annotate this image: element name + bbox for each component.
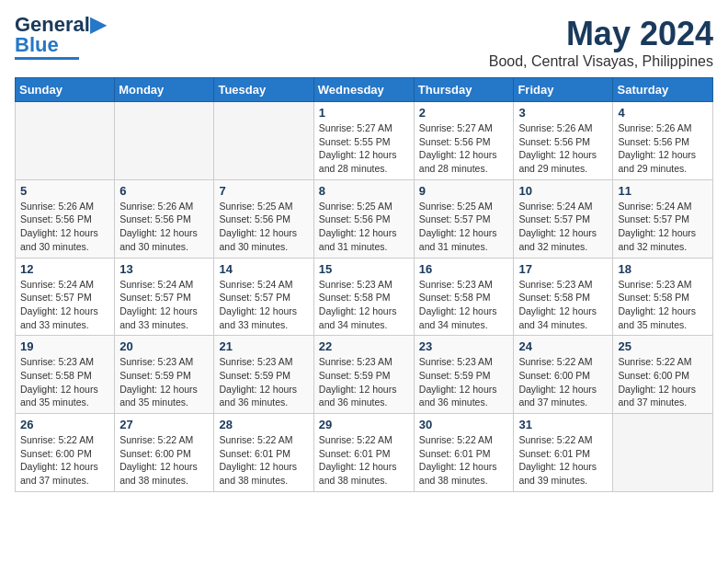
cell-day-number: 12 [20, 262, 109, 276]
cell-info: Sunrise: 5:22 AM Sunset: 6:00 PM Dayligh… [518, 355, 608, 409]
cell-day-number: 18 [618, 262, 708, 276]
cell-info: Sunrise: 5:22 AM Sunset: 6:00 PM Dayligh… [20, 433, 109, 488]
cell-info: Sunrise: 5:22 AM Sunset: 6:00 PM Dayligh… [618, 355, 708, 409]
header-tuesday: Tuesday [214, 78, 313, 102]
table-row: 26Sunrise: 5:22 AM Sunset: 6:00 PM Dayli… [16, 414, 115, 492]
cell-info: Sunrise: 5:23 AM Sunset: 5:59 PM Dayligh… [419, 355, 509, 409]
header-thursday: Thursday [414, 78, 514, 102]
cell-info: Sunrise: 5:26 AM Sunset: 5:56 PM Dayligh… [20, 200, 109, 254]
table-row [214, 102, 313, 180]
table-row: 23Sunrise: 5:23 AM Sunset: 5:59 PM Dayli… [414, 336, 514, 414]
table-row [613, 414, 713, 492]
calendar-table: Sunday Monday Tuesday Wednesday Thursday… [15, 77, 713, 492]
cell-info: Sunrise: 5:23 AM Sunset: 5:59 PM Dayligh… [219, 355, 308, 409]
cell-day-number: 27 [119, 418, 209, 431]
cell-day-number: 29 [319, 418, 409, 431]
table-row: 30Sunrise: 5:22 AM Sunset: 6:01 PM Dayli… [414, 414, 514, 492]
table-row: 10Sunrise: 5:24 AM Sunset: 5:57 PM Dayli… [514, 179, 613, 258]
header-sunday: Sunday [16, 78, 115, 102]
cell-day-number: 4 [618, 106, 708, 120]
cell-info: Sunrise: 5:22 AM Sunset: 6:01 PM Dayligh… [518, 433, 608, 488]
cell-day-number: 23 [419, 339, 509, 353]
cell-info: Sunrise: 5:23 AM Sunset: 5:58 PM Dayligh… [319, 278, 409, 332]
cell-day-number: 7 [219, 184, 308, 198]
table-row: 2Sunrise: 5:27 AM Sunset: 5:56 PM Daylig… [414, 102, 514, 180]
cell-day-number: 20 [119, 339, 209, 353]
cell-day-number: 25 [618, 339, 708, 353]
cell-info: Sunrise: 5:22 AM Sunset: 6:00 PM Dayligh… [119, 433, 209, 488]
cell-info: Sunrise: 5:25 AM Sunset: 5:56 PM Dayligh… [319, 200, 409, 254]
table-row: 11Sunrise: 5:24 AM Sunset: 5:57 PM Dayli… [613, 179, 713, 258]
page-title: May 2024 [489, 15, 713, 53]
header-friday: Friday [514, 78, 613, 102]
cell-day-number: 17 [518, 262, 608, 276]
cell-info: Sunrise: 5:23 AM Sunset: 5:58 PM Dayligh… [419, 278, 509, 332]
logo-underline [15, 57, 79, 60]
table-row: 5Sunrise: 5:26 AM Sunset: 5:56 PM Daylig… [16, 179, 115, 258]
table-row: 9Sunrise: 5:25 AM Sunset: 5:57 PM Daylig… [414, 179, 514, 258]
table-row: 20Sunrise: 5:23 AM Sunset: 5:59 PM Dayli… [115, 336, 214, 414]
cell-day-number: 5 [20, 184, 109, 198]
cell-day-number: 21 [219, 339, 308, 353]
cell-day-number: 31 [518, 418, 608, 431]
table-row: 24Sunrise: 5:22 AM Sunset: 6:00 PM Dayli… [514, 336, 613, 414]
table-row: 25Sunrise: 5:22 AM Sunset: 6:00 PM Dayli… [613, 336, 713, 414]
table-row: 17Sunrise: 5:23 AM Sunset: 5:58 PM Dayli… [514, 258, 613, 336]
cell-day-number: 22 [319, 339, 409, 353]
cell-day-number: 10 [518, 184, 608, 198]
table-row [16, 102, 115, 180]
cell-day-number: 3 [518, 106, 608, 120]
cell-day-number: 26 [20, 418, 109, 431]
cell-day-number: 6 [119, 184, 209, 198]
table-row: 16Sunrise: 5:23 AM Sunset: 5:58 PM Dayli… [414, 258, 514, 336]
table-row [115, 102, 214, 180]
table-row: 18Sunrise: 5:23 AM Sunset: 5:58 PM Dayli… [613, 258, 713, 336]
cell-day-number: 19 [20, 339, 109, 353]
table-row: 14Sunrise: 5:24 AM Sunset: 5:57 PM Dayli… [214, 258, 313, 336]
cell-day-number: 14 [219, 262, 308, 276]
cell-info: Sunrise: 5:25 AM Sunset: 5:57 PM Dayligh… [419, 200, 509, 254]
logo-text2: Blue [15, 35, 59, 55]
cell-info: Sunrise: 5:26 AM Sunset: 5:56 PM Dayligh… [518, 121, 608, 176]
table-row: 4Sunrise: 5:26 AM Sunset: 5:56 PM Daylig… [613, 102, 713, 180]
table-row: 1Sunrise: 5:27 AM Sunset: 5:55 PM Daylig… [313, 102, 414, 180]
table-row: 19Sunrise: 5:23 AM Sunset: 5:58 PM Dayli… [16, 336, 115, 414]
cell-info: Sunrise: 5:23 AM Sunset: 5:58 PM Dayligh… [618, 278, 708, 332]
table-row: 27Sunrise: 5:22 AM Sunset: 6:00 PM Dayli… [115, 414, 214, 492]
table-row: 7Sunrise: 5:25 AM Sunset: 5:56 PM Daylig… [214, 179, 313, 258]
cell-info: Sunrise: 5:22 AM Sunset: 6:01 PM Dayligh… [219, 433, 308, 488]
cell-info: Sunrise: 5:27 AM Sunset: 5:56 PM Dayligh… [419, 121, 509, 176]
cell-day-number: 28 [219, 418, 308, 431]
cell-day-number: 15 [319, 262, 409, 276]
table-row: 12Sunrise: 5:24 AM Sunset: 5:57 PM Dayli… [16, 258, 115, 336]
cell-day-number: 1 [319, 106, 409, 120]
title-block: May 2024 Bood, Central Visayas, Philippi… [489, 15, 713, 70]
table-row: 22Sunrise: 5:23 AM Sunset: 5:59 PM Dayli… [313, 336, 414, 414]
logo: General▶ Blue [15, 15, 106, 60]
cell-info: Sunrise: 5:25 AM Sunset: 5:56 PM Dayligh… [219, 200, 308, 254]
cell-day-number: 9 [419, 184, 509, 198]
cell-info: Sunrise: 5:22 AM Sunset: 6:01 PM Dayligh… [319, 433, 409, 488]
table-row: 15Sunrise: 5:23 AM Sunset: 5:58 PM Dayli… [313, 258, 414, 336]
cell-info: Sunrise: 5:23 AM Sunset: 5:58 PM Dayligh… [518, 278, 608, 332]
page-subtitle: Bood, Central Visayas, Philippines [489, 53, 713, 70]
table-row: 31Sunrise: 5:22 AM Sunset: 6:01 PM Dayli… [514, 414, 613, 492]
header-monday: Monday [115, 78, 214, 102]
cell-day-number: 16 [419, 262, 509, 276]
cell-day-number: 30 [419, 418, 509, 431]
table-row: 13Sunrise: 5:24 AM Sunset: 5:57 PM Dayli… [115, 258, 214, 336]
cell-info: Sunrise: 5:23 AM Sunset: 5:59 PM Dayligh… [319, 355, 409, 409]
cell-info: Sunrise: 5:27 AM Sunset: 5:55 PM Dayligh… [319, 121, 409, 176]
cell-info: Sunrise: 5:24 AM Sunset: 5:57 PM Dayligh… [219, 278, 308, 332]
header-saturday: Saturday [613, 78, 713, 102]
cell-info: Sunrise: 5:26 AM Sunset: 5:56 PM Dayligh… [119, 200, 209, 254]
cell-info: Sunrise: 5:24 AM Sunset: 5:57 PM Dayligh… [618, 200, 708, 254]
cell-info: Sunrise: 5:23 AM Sunset: 5:58 PM Dayligh… [20, 355, 109, 409]
cell-day-number: 24 [518, 339, 608, 353]
calendar-header-row: Sunday Monday Tuesday Wednesday Thursday… [16, 78, 713, 102]
table-row: 29Sunrise: 5:22 AM Sunset: 6:01 PM Dayli… [313, 414, 414, 492]
cell-day-number: 11 [618, 184, 708, 198]
table-row: 3Sunrise: 5:26 AM Sunset: 5:56 PM Daylig… [514, 102, 613, 180]
cell-info: Sunrise: 5:24 AM Sunset: 5:57 PM Dayligh… [20, 278, 109, 332]
table-row: 21Sunrise: 5:23 AM Sunset: 5:59 PM Dayli… [214, 336, 313, 414]
